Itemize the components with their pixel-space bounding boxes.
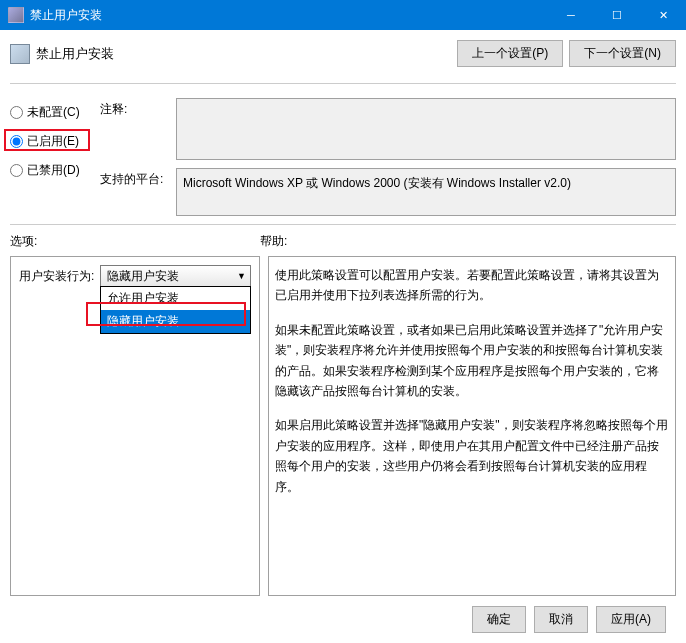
title-bar: 禁止用户安装 bbox=[0, 0, 686, 30]
state-radios: 未配置(C) 已启用(E) 已禁用(D) bbox=[10, 98, 100, 216]
behavior-combo[interactable]: 隐藏用户安装 ▼ 允许用户安装 隐藏用户安装 bbox=[100, 265, 251, 287]
radio-not-configured[interactable]: 未配置(C) bbox=[10, 104, 100, 121]
config-row: 未配置(C) 已启用(E) 已禁用(D) 注释: 支持的平台: Microsof… bbox=[10, 98, 676, 216]
header-row: 禁止用户安装 上一个设置(P) 下一个设置(N) bbox=[10, 40, 676, 67]
options-label: 选项: bbox=[10, 233, 260, 250]
radio-disabled-input[interactable] bbox=[10, 164, 23, 177]
chevron-down-icon: ▼ bbox=[237, 271, 246, 281]
help-paragraph: 如果未配置此策略设置，或者如果已启用此策略设置并选择了"允许用户安装"，则安装程… bbox=[275, 320, 669, 402]
document-icon bbox=[10, 44, 30, 64]
help-paragraph: 使用此策略设置可以配置用户安装。若要配置此策略设置，请将其设置为已启用并使用下拉… bbox=[275, 265, 669, 306]
cancel-button[interactable]: 取消 bbox=[534, 606, 588, 633]
content-area: 禁止用户安装 上一个设置(P) 下一个设置(N) 未配置(C) 已启用(E) 已… bbox=[0, 30, 686, 643]
platform-text: Microsoft Windows XP 或 Windows 2000 (安装有… bbox=[176, 168, 676, 216]
apply-button[interactable]: 应用(A) bbox=[596, 606, 666, 633]
prev-setting-button[interactable]: 上一个设置(P) bbox=[457, 40, 563, 67]
divider bbox=[10, 83, 676, 84]
radio-disabled-label: 已禁用(D) bbox=[27, 162, 80, 179]
right-column: 注释: 支持的平台: Microsoft Windows XP 或 Window… bbox=[100, 98, 676, 216]
divider bbox=[10, 224, 676, 225]
combo-button[interactable]: 隐藏用户安装 ▼ bbox=[100, 265, 251, 287]
combo-option-hide[interactable]: 隐藏用户安装 bbox=[101, 310, 250, 333]
combo-dropdown: 允许用户安装 隐藏用户安装 bbox=[100, 286, 251, 334]
footer-buttons: 确定 取消 应用(A) bbox=[10, 596, 676, 643]
help-paragraph: 如果启用此策略设置并选择"隐藏用户安装"，则安装程序将忽略按照每个用户安装的应用… bbox=[275, 415, 669, 497]
help-pane: 使用此策略设置可以配置用户安装。若要配置此策略设置，请将其设置为已启用并使用下拉… bbox=[268, 256, 676, 596]
comment-input[interactable] bbox=[176, 98, 676, 160]
options-pane: 用户安装行为: 隐藏用户安装 ▼ 允许用户安装 隐藏用户安装 bbox=[10, 256, 260, 596]
comment-label: 注释: bbox=[100, 98, 170, 160]
minimize-button[interactable] bbox=[548, 0, 594, 30]
combo-selected: 隐藏用户安装 bbox=[107, 268, 179, 285]
radio-enabled-input[interactable] bbox=[10, 135, 23, 148]
close-button[interactable] bbox=[640, 0, 686, 30]
radio-not-configured-label: 未配置(C) bbox=[27, 104, 80, 121]
radio-not-configured-input[interactable] bbox=[10, 106, 23, 119]
app-icon bbox=[8, 7, 24, 23]
section-labels: 选项: 帮助: bbox=[10, 233, 676, 250]
window-title: 禁止用户安装 bbox=[30, 7, 548, 24]
radio-disabled[interactable]: 已禁用(D) bbox=[10, 162, 100, 179]
behavior-label: 用户安装行为: bbox=[19, 268, 94, 285]
window-controls bbox=[548, 0, 686, 30]
maximize-button[interactable] bbox=[594, 0, 640, 30]
ok-button[interactable]: 确定 bbox=[472, 606, 526, 633]
page-title: 禁止用户安装 bbox=[36, 45, 457, 63]
help-label: 帮助: bbox=[260, 233, 287, 250]
platform-label: 支持的平台: bbox=[100, 168, 170, 216]
main-row: 用户安装行为: 隐藏用户安装 ▼ 允许用户安装 隐藏用户安装 使用此策略设置可以… bbox=[10, 256, 676, 596]
radio-enabled[interactable]: 已启用(E) bbox=[10, 133, 100, 150]
combo-option-allow[interactable]: 允许用户安装 bbox=[101, 287, 250, 310]
radio-enabled-label: 已启用(E) bbox=[27, 133, 79, 150]
next-setting-button[interactable]: 下一个设置(N) bbox=[569, 40, 676, 67]
